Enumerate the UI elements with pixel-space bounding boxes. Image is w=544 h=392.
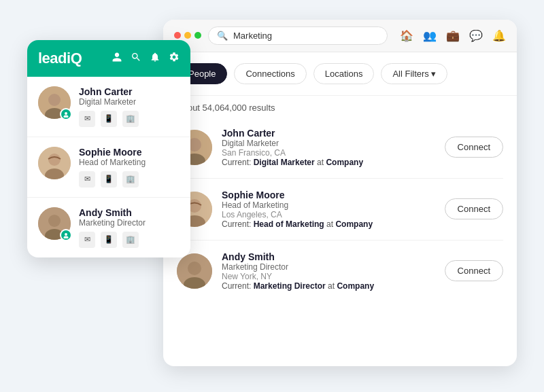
svg-point-3 — [65, 112, 67, 115]
person-title: Marketing Director — [79, 218, 180, 228]
search-icon[interactable] — [131, 52, 141, 65]
action-icons: ✉ 📱 🏢 — [79, 232, 180, 248]
company-icon[interactable]: 🏢 — [122, 232, 139, 248]
svg-point-11 — [65, 233, 67, 236]
email-icon[interactable]: ✉ — [79, 232, 95, 248]
person-name: Sophie Moore — [79, 147, 180, 158]
result-title: Head of Marketing — [222, 200, 435, 210]
list-item: Sophie Moore Head of Marketing ✉ 📱 🏢 — [27, 137, 190, 198]
topbar-nav-icons: 🏠 👥 💼 💬 🔔 — [400, 29, 506, 42]
svg-point-9 — [48, 215, 61, 227]
result-current-role: Marketing Director — [254, 281, 326, 291]
result-title: Digital Marketer — [222, 139, 435, 148]
list-item: John Carter Digital Marketer ✉ 📱 🏢 — [27, 77, 190, 137]
svg-point-6 — [48, 154, 61, 166]
people-icon[interactable]: 👥 — [423, 29, 437, 42]
filter-locations[interactable]: Locations — [313, 63, 375, 84]
browser-topbar: 🔍 Marketing 🏠 👥 💼 💬 🔔 — [163, 20, 517, 52]
left-card-header: leadiQ — [27, 40, 190, 77]
dot-red[interactable] — [174, 32, 181, 39]
filter-all[interactable]: All Filters ▾ — [381, 63, 447, 84]
results-list: John Carter Digital Marketer San Fransic… — [163, 117, 517, 302]
dot-yellow[interactable] — [184, 32, 191, 39]
list-item: Andy Smith Marketing Director ✉ 📱 🏢 — [27, 198, 190, 257]
result-current-role: Digital Marketer — [254, 158, 315, 167]
person-name: John Carter — [79, 86, 180, 97]
person-icon[interactable] — [112, 52, 122, 65]
result-company: Company — [337, 281, 374, 291]
search-value: Marketing — [233, 31, 379, 41]
person-name: Andy Smith — [79, 207, 180, 218]
connect-button[interactable]: Connect — [445, 260, 503, 281]
phone-icon[interactable]: 📱 — [101, 171, 117, 188]
avatar-wrap — [38, 147, 71, 179]
dot-green[interactable] — [194, 32, 201, 39]
person-title: Head of Marketing — [79, 158, 180, 167]
svg-point-20 — [188, 262, 201, 275]
result-location: New York, NY — [222, 272, 435, 281]
search-bar[interactable]: 🔍 Marketing — [208, 26, 388, 45]
result-current: Current: Marketing Director at Company — [222, 281, 435, 291]
result-current-role: Head of Marketing — [254, 219, 324, 229]
home-icon[interactable]: 🏠 — [400, 29, 413, 42]
svg-point-12 — [64, 236, 69, 238]
person-title: Digital Marketer — [79, 97, 180, 107]
result-info: Andy Smith Marketing Director New York, … — [222, 251, 435, 291]
result-name: Andy Smith — [222, 251, 435, 262]
connect-button[interactable]: Connect — [445, 198, 503, 219]
result-info: Sophie Moore Head of Marketing Los Angel… — [222, 190, 435, 229]
logo: leadiQ — [38, 50, 82, 67]
table-row: Sophie Moore Head of Marketing Los Angel… — [177, 179, 503, 240]
company-icon[interactable]: 🏢 — [122, 111, 139, 127]
connect-button[interactable]: Connect — [445, 137, 503, 158]
header-icon-group — [112, 52, 180, 65]
browser-window: 🔍 Marketing 🏠 👥 💼 💬 🔔 People Connections… — [163, 20, 517, 366]
avatar-wrap — [38, 207, 71, 240]
result-name: Sophie Moore — [222, 190, 435, 200]
result-name: John Carter — [222, 128, 435, 139]
leadiq-badge — [60, 108, 72, 120]
person-info: Andy Smith Marketing Director ✉ 📱 🏢 — [79, 207, 180, 248]
results-count: About 54,064,000 results — [163, 96, 517, 117]
result-current: Current: Head of Marketing at Company — [222, 219, 435, 229]
company-icon[interactable]: 🏢 — [122, 171, 139, 188]
bell-icon[interactable] — [150, 52, 160, 65]
svg-point-1 — [48, 94, 61, 106]
table-row: Andy Smith Marketing Director New York, … — [177, 240, 503, 302]
result-current: Current: Digital Marketer at Company — [222, 158, 435, 167]
result-location: Los Angeles, CA — [222, 210, 435, 219]
leadiq-badge — [60, 229, 72, 241]
message-icon[interactable]: 💬 — [469, 29, 483, 42]
person-info: John Carter Digital Marketer ✉ 📱 🏢 — [79, 86, 180, 127]
result-info: John Carter Digital Marketer San Fransic… — [222, 128, 435, 167]
email-icon[interactable]: ✉ — [79, 111, 95, 127]
result-avatar — [177, 253, 212, 289]
gear-icon[interactable] — [169, 52, 180, 65]
avatar-wrap — [38, 86, 71, 119]
left-popup-card: leadiQ — [27, 40, 190, 257]
person-info: Sophie Moore Head of Marketing ✉ 📱 🏢 — [79, 147, 180, 188]
filter-bar: People Connections Locations All Filters… — [163, 52, 517, 96]
result-company: Company — [335, 219, 373, 229]
result-company: Company — [326, 158, 363, 167]
svg-point-4 — [64, 115, 69, 118]
email-icon[interactable]: ✉ — [79, 171, 95, 188]
phone-icon[interactable]: 📱 — [101, 232, 117, 248]
action-icons: ✉ 📱 🏢 — [79, 171, 180, 188]
bell-nav-icon[interactable]: 🔔 — [492, 29, 506, 42]
result-title: Marketing Director — [222, 262, 435, 272]
action-icons: ✉ 📱 🏢 — [79, 111, 180, 127]
filter-connections[interactable]: Connections — [234, 63, 306, 84]
avatar — [38, 147, 71, 179]
search-icon: 🔍 — [217, 31, 228, 41]
briefcase-icon[interactable]: 💼 — [446, 29, 460, 42]
table-row: John Carter Digital Marketer San Fransic… — [177, 117, 503, 179]
browser-dots — [174, 32, 201, 39]
phone-icon[interactable]: 📱 — [101, 111, 117, 127]
result-location: San Fransico, CA — [222, 148, 435, 158]
